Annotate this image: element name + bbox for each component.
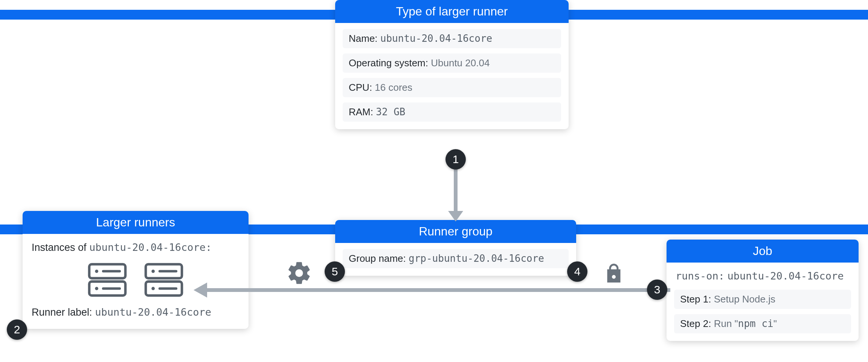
type-os-label: Operating system: xyxy=(349,57,428,69)
instances-line: Instances of ubuntu-20.04-16core: xyxy=(30,240,241,257)
job-card-body: runs-on: ubuntu-20.04-16core Step 1: Set… xyxy=(667,263,859,341)
step1-field: Step 1: Setup Node.js xyxy=(674,290,851,309)
runner-group-title: Runner group xyxy=(335,220,576,243)
svg-marker-2 xyxy=(448,211,463,221)
step2-suffix: " xyxy=(773,318,777,329)
badge-5: 5 xyxy=(325,261,345,282)
runner-group-card: Runner group Group name: grp-ubuntu-20.0… xyxy=(335,220,576,276)
svg-point-11 xyxy=(151,270,155,273)
runner-group-body: Group name: grp-ubuntu-20.04-16core xyxy=(335,243,576,276)
runner-label-label: Runner label: xyxy=(32,307,92,318)
job-card: Job runs-on: ubuntu-20.04-16core Step 1:… xyxy=(667,240,859,341)
arrow-job-to-runners xyxy=(192,279,670,301)
svg-marker-16 xyxy=(194,283,207,298)
group-name-label: Group name: xyxy=(349,253,406,264)
larger-runners-card: Larger runners Instances of ubuntu-20.04… xyxy=(23,211,249,329)
step1-value: Setup Node.js xyxy=(714,293,775,305)
runs-on-line: runs-on: ubuntu-20.04-16core xyxy=(674,269,851,285)
runs-on-label: runs-on: xyxy=(676,270,725,282)
step2-field: Step 2: Run "npm ci" xyxy=(674,314,851,333)
type-name-label: Name: xyxy=(349,33,378,44)
larger-runners-title: Larger runners xyxy=(23,211,249,234)
step1-label: Step 1: xyxy=(680,293,711,305)
group-name-value: grp-ubuntu-20.04-16core xyxy=(409,253,544,264)
type-ram-label: RAM: xyxy=(349,106,373,118)
runner-label-line: Runner label: ubuntu-20.04-16core xyxy=(30,305,241,321)
runs-on-value: ubuntu-20.04-16core xyxy=(728,270,844,282)
svg-point-12 xyxy=(151,287,155,290)
badge-2: 2 xyxy=(7,319,27,340)
type-card-title: Type of larger runner xyxy=(335,0,569,23)
type-name-field: Name: ubuntu-20.04-16core xyxy=(343,29,561,48)
type-card-body: Name: ubuntu-20.04-16core Operating syst… xyxy=(335,23,569,129)
instances-label: Instances of xyxy=(32,242,87,253)
step2-prefix: Run " xyxy=(714,318,738,329)
runner-label-value: ubuntu-20.04-16core xyxy=(95,306,211,318)
type-ram-value: 32 GB xyxy=(376,106,405,118)
server-icon xyxy=(87,262,128,298)
badge-1: 1 xyxy=(445,149,466,170)
type-os-field: Operating system: Ubuntu 20.04 xyxy=(343,53,561,73)
job-card-title: Job xyxy=(667,240,859,263)
badge-3: 3 xyxy=(647,280,667,300)
server-icon xyxy=(143,262,185,298)
type-cpu-value: 16 cores xyxy=(375,82,412,93)
step2-label: Step 2: xyxy=(680,318,711,329)
instances-value: ubuntu-20.04-16core: xyxy=(89,241,212,253)
type-cpu-label: CPU: xyxy=(349,82,372,93)
step2-mono: npm ci xyxy=(738,318,773,329)
type-os-value: Ubuntu 20.04 xyxy=(431,57,490,69)
type-ram-field: RAM: 32 GB xyxy=(343,102,561,122)
svg-point-6 xyxy=(95,287,98,290)
group-name-field: Group name: grp-ubuntu-20.04-16core xyxy=(343,249,569,268)
svg-point-5 xyxy=(95,270,98,273)
badge-4: 4 xyxy=(567,261,587,282)
type-name-value: ubuntu-20.04-16core xyxy=(380,33,492,44)
type-card: Type of larger runner Name: ubuntu-20.04… xyxy=(335,0,569,129)
type-cpu-field: CPU: 16 cores xyxy=(343,78,561,97)
